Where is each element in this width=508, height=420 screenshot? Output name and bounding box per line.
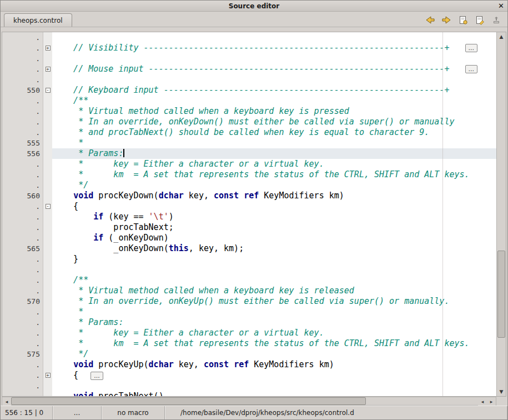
code-text[interactable]: if (key == '\t'): [52, 212, 496, 222]
code-line[interactable]: .: [2, 264, 496, 275]
code-text[interactable]: /**: [52, 275, 496, 286]
close-icon[interactable]: ✕: [498, 2, 504, 10]
code-line[interactable]: .+ // Mouse input ----------------------…: [2, 64, 496, 74]
code-text[interactable]: [52, 381, 496, 391]
code-text[interactable]: * Virtual method called when a keyboard …: [52, 286, 496, 296]
code-line[interactable]: . }: [2, 254, 496, 264]
folded-region-box[interactable]: ...: [90, 372, 103, 380]
code-line[interactable]: . * Virtual method called when a keyboar…: [2, 286, 496, 296]
code-text[interactable]: // Visibility --------------------------…: [52, 43, 496, 53]
code-line[interactable]: .- {: [2, 201, 496, 212]
code-line[interactable]: . * key = Either a character or a virtua…: [2, 328, 496, 338]
code-text[interactable]: void procKeyUp(dchar key, const ref KeyM…: [52, 359, 496, 370]
code-text[interactable]: * and procTabNext() should be called whe…: [52, 127, 496, 138]
code-text[interactable]: void procTabNext(): [52, 391, 496, 396]
horizontal-scrollbar[interactable]: ◂ ◂ ▸: [2, 397, 496, 406]
code-text[interactable]: void procKeyDown(dchar key, const ref Ke…: [52, 191, 496, 201]
fold-collapse-icon[interactable]: -: [46, 88, 51, 93]
code-text[interactable]: // Mouse input -------------------------…: [52, 64, 496, 74]
code-text[interactable]: procTabNext;: [52, 222, 496, 233]
code-text[interactable]: [52, 74, 496, 85]
code-line[interactable]: . void procTabNext(): [2, 391, 496, 396]
code-line[interactable]: . * km = A set that represents the statu…: [2, 169, 496, 180]
code-line[interactable]: . * km = A set that represents the statu…: [2, 338, 496, 349]
code-line[interactable]: . void procKeyUp(dchar key, const ref Ke…: [2, 359, 496, 370]
code-text[interactable]: * In an override, onKeyUp() must either …: [52, 296, 496, 307]
code-line[interactable]: 560 void procKeyDown(dchar key, const re…: [2, 191, 496, 201]
code-text[interactable]: *: [52, 307, 496, 317]
code-text[interactable]: [52, 53, 496, 64]
code-text[interactable]: * key = Either a character or a virtual …: [52, 328, 496, 338]
code-text[interactable]: { ...: [52, 370, 496, 381]
code-line[interactable]: .: [2, 53, 496, 64]
fold-gutter: [43, 222, 52, 233]
code-line[interactable]: . * and procTabNext() should be called w…: [2, 127, 496, 138]
fold-expand-icon[interactable]: +: [46, 373, 51, 378]
code-line[interactable]: .: [2, 381, 496, 391]
code-text[interactable]: * Virtual method called when a keyboard …: [52, 106, 496, 117]
code-line[interactable]: 565 _onKeyDown(this, key, km);: [2, 243, 496, 254]
code-text[interactable]: * key = Either a character or a virtual …: [52, 159, 496, 169]
code-line[interactable]: . * Params:: [2, 317, 496, 328]
file-path-text: /home/basile/Dev/dproj/kheops/src/kheops…: [180, 409, 354, 417]
code-line[interactable]: . /**: [2, 275, 496, 286]
document-edit-button[interactable]: [473, 14, 486, 26]
code-text[interactable]: * Params:: [52, 317, 496, 328]
vertical-scroll-thumb[interactable]: [497, 251, 505, 338]
code-text[interactable]: */: [52, 180, 496, 191]
code-line[interactable]: .+ { ...: [2, 370, 496, 381]
nav-back-button[interactable]: [423, 14, 436, 26]
code-area[interactable]: ..+ // Visibility ----------------------…: [2, 32, 496, 396]
code-text[interactable]: // Keyboard input ----------------------…: [52, 85, 496, 96]
code-text[interactable]: * In an override, onKeyDown() must eithe…: [52, 117, 496, 127]
code-text[interactable]: * km = A set that represents the status …: [52, 338, 496, 349]
scroll-down-button[interactable]: ▼: [497, 387, 506, 396]
code-line[interactable]: . *: [2, 307, 496, 317]
editor-viewport[interactable]: ..+ // Visibility ----------------------…: [2, 32, 506, 397]
document-button[interactable]: [456, 14, 470, 26]
code-text[interactable]: if (_onKeyDown): [52, 233, 496, 243]
code-text[interactable]: _onKeyDown(this, key, km);: [52, 243, 496, 254]
code-line[interactable]: . /**: [2, 96, 496, 106]
fold-expand-icon[interactable]: +: [46, 46, 51, 51]
scroll-right-button[interactable]: ▸: [487, 397, 496, 406]
code-line[interactable]: . */: [2, 180, 496, 191]
folded-region-box[interactable]: ...: [465, 44, 478, 52]
vertical-scrollbar[interactable]: ▲ ▼: [496, 32, 506, 396]
scroll-left-button[interactable]: ◂: [2, 397, 11, 406]
code-text[interactable]: * km = A set that represents the status …: [52, 169, 496, 180]
detach-button[interactable]: [490, 14, 503, 26]
code-line[interactable]: . * Virtual method called when a keyboar…: [2, 106, 496, 117]
horizontal-scroll-thumb[interactable]: [11, 397, 366, 405]
code-line[interactable]: . * In an override, onKeyDown() must eit…: [2, 117, 496, 127]
code-text[interactable]: {: [52, 201, 496, 212]
fold-collapse-icon[interactable]: -: [46, 204, 51, 209]
code-line[interactable]: .: [2, 74, 496, 85]
code-line[interactable]: 550- // Keyboard input -----------------…: [2, 85, 496, 96]
scroll-left-button-2[interactable]: ◂: [478, 397, 487, 406]
folded-region-box[interactable]: ...: [465, 65, 478, 73]
code-line[interactable]: . if (key == '\t'): [2, 212, 496, 222]
code-line[interactable]: .+ // Visibility -----------------------…: [2, 43, 496, 53]
code-text[interactable]: *: [52, 138, 496, 148]
code-text[interactable]: /**: [52, 96, 496, 106]
code-text[interactable]: [52, 32, 496, 43]
tab-kheops-control[interactable]: kheops.control: [4, 13, 72, 27]
code-line[interactable]: 555 *: [2, 138, 496, 148]
code-text[interactable]: [52, 264, 496, 275]
code-text[interactable]: * Params:: [52, 148, 496, 159]
horizontal-scroll-track[interactable]: [11, 397, 478, 405]
code-text[interactable]: }: [52, 254, 496, 264]
code-line[interactable]: 575 */: [2, 349, 496, 359]
code-text[interactable]: */: [52, 349, 496, 359]
fold-expand-icon[interactable]: +: [46, 67, 51, 72]
nav-forward-button[interactable]: [440, 14, 453, 26]
code-line[interactable]: . procTabNext;: [2, 222, 496, 233]
fold-gutter: [43, 127, 52, 138]
code-line[interactable]: . * key = Either a character or a virtua…: [2, 159, 496, 169]
code-line[interactable]: .: [2, 32, 496, 43]
code-line[interactable]: 556 * Params:: [2, 148, 496, 159]
scroll-up-button[interactable]: ▲: [497, 32, 506, 41]
code-line[interactable]: 570 * In an override, onKeyUp() must eit…: [2, 296, 496, 307]
code-line[interactable]: . if (_onKeyDown): [2, 233, 496, 243]
